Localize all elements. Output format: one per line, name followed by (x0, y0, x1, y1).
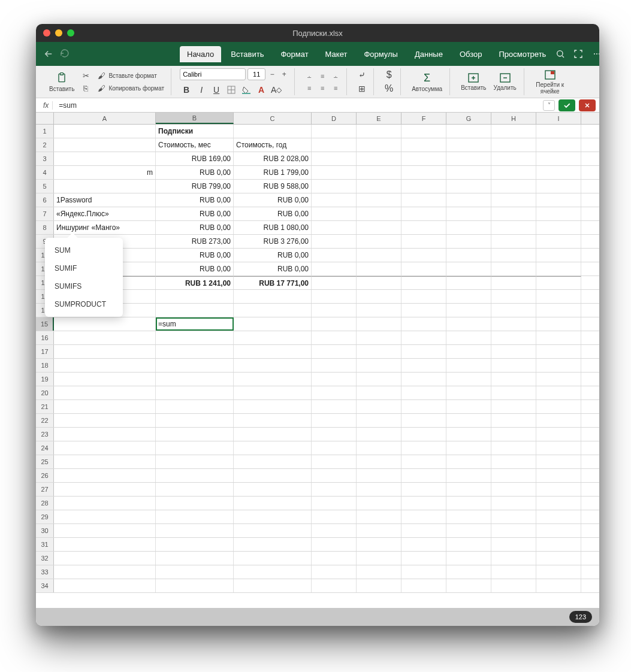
row-header[interactable]: 30 (36, 524, 54, 537)
cell-G18[interactable] (446, 359, 491, 372)
cell-H5[interactable] (491, 180, 536, 193)
row-header[interactable]: 27 (36, 483, 54, 496)
cell-B20[interactable] (156, 386, 234, 399)
cell-C11[interactable]: RUB 0,00 (234, 262, 312, 276)
cell-G10[interactable] (446, 249, 491, 262)
align-left[interactable]: ≡ (303, 83, 315, 93)
cell-H17[interactable] (491, 345, 536, 358)
cell-I23[interactable] (536, 428, 581, 441)
percent-button[interactable]: % (382, 83, 395, 95)
cell-G25[interactable] (446, 455, 491, 468)
cell-F3[interactable] (401, 152, 446, 165)
cell-G6[interactable] (446, 193, 491, 207)
formula-dropdown[interactable]: ˅ (543, 100, 555, 111)
cell-H23[interactable] (491, 428, 536, 441)
cell-H1[interactable] (491, 125, 536, 138)
cell-F22[interactable] (401, 414, 446, 427)
row-header[interactable]: 17 (36, 345, 54, 358)
cell-D8[interactable] (312, 221, 357, 234)
cell-F21[interactable] (401, 400, 446, 413)
row-header[interactable]: 2 (36, 138, 54, 152)
cell-C6[interactable]: RUB 0,00 (234, 193, 312, 207)
cell-C1[interactable] (234, 125, 312, 138)
cell-C28[interactable] (234, 497, 312, 510)
row-header[interactable]: 5 (36, 180, 54, 193)
row-header[interactable]: 20 (36, 386, 54, 399)
cell-F1[interactable] (401, 125, 446, 138)
cell-A27[interactable] (54, 483, 156, 496)
cell-F30[interactable] (401, 524, 446, 537)
cell-H27[interactable] (491, 483, 536, 496)
cell-A5[interactable] (54, 180, 156, 193)
cell-G16[interactable] (446, 331, 491, 344)
cell-F28[interactable] (401, 497, 446, 510)
cell-A25[interactable] (54, 455, 156, 468)
cell-B1[interactable]: Подписки (156, 125, 234, 138)
cell-E4[interactable] (357, 166, 401, 179)
cell-B22[interactable] (156, 414, 234, 427)
cell-C27[interactable] (234, 483, 312, 496)
cell-I1[interactable] (536, 125, 581, 138)
cell-F2[interactable] (401, 138, 446, 152)
row-header[interactable]: 26 (36, 469, 54, 482)
cell-C13[interactable] (234, 290, 312, 303)
search-icon[interactable] (555, 49, 565, 59)
cell-H24[interactable] (491, 441, 536, 455)
cell-I18[interactable] (536, 359, 581, 372)
row-header[interactable]: 33 (36, 565, 54, 579)
cell-I27[interactable] (536, 483, 581, 496)
cell-G8[interactable] (446, 221, 491, 234)
cell-B11[interactable]: RUB 0,00 (156, 262, 234, 276)
cell-B23[interactable] (156, 428, 234, 441)
cell-E30[interactable] (357, 524, 401, 537)
cell-H31[interactable] (491, 538, 536, 551)
cell-G34[interactable] (446, 579, 491, 592)
cell-G14[interactable] (446, 304, 491, 317)
cell-C26[interactable] (234, 469, 312, 482)
cell-F10[interactable] (401, 249, 446, 262)
cell-B28[interactable] (156, 497, 234, 510)
cell-F13[interactable] (401, 290, 446, 303)
cell-C7[interactable]: RUB 0,00 (234, 207, 312, 220)
cell-B27[interactable] (156, 483, 234, 496)
cell-H14[interactable] (491, 304, 536, 317)
formula-accept-button[interactable] (558, 99, 575, 111)
cell-I16[interactable] (536, 331, 581, 344)
cell-E9[interactable] (357, 235, 401, 248)
cell-G9[interactable] (446, 235, 491, 248)
cell-F29[interactable] (401, 510, 446, 523)
cell-F16[interactable] (401, 331, 446, 344)
cell-F8[interactable] (401, 221, 446, 234)
cell-D20[interactable] (312, 386, 357, 399)
cell-C10[interactable]: RUB 0,00 (234, 249, 312, 262)
cell-A3[interactable] (54, 152, 156, 165)
cell-I15[interactable] (536, 317, 581, 331)
cell-A22[interactable] (54, 414, 156, 427)
cell-F5[interactable] (401, 180, 446, 193)
cell-A26[interactable] (54, 469, 156, 482)
cell-B8[interactable]: RUB 0,00 (156, 221, 234, 234)
cell-A34[interactable] (54, 579, 156, 592)
font-family-select[interactable] (180, 68, 246, 80)
cell-A28[interactable] (54, 497, 156, 510)
cell-H29[interactable] (491, 510, 536, 523)
tab-formulas[interactable]: Формулы (357, 46, 405, 62)
cell-G2[interactable] (446, 138, 491, 152)
cell-G19[interactable] (446, 373, 491, 386)
cell-E12[interactable] (357, 276, 401, 289)
cell-B31[interactable] (156, 538, 234, 551)
row-header[interactable]: 3 (36, 152, 54, 165)
cell-C32[interactable] (234, 552, 312, 565)
align-right[interactable]: ≡ (330, 83, 342, 93)
cell-G33[interactable] (446, 565, 491, 579)
font-size-decrease[interactable]: − (267, 68, 277, 80)
cell-G26[interactable] (446, 469, 491, 482)
cell-C14[interactable] (234, 304, 312, 317)
font-size-input[interactable] (247, 68, 265, 80)
cell-F7[interactable] (401, 207, 446, 220)
cell-H3[interactable] (491, 152, 536, 165)
cell-B10[interactable]: RUB 0,00 (156, 249, 234, 262)
select-all-corner[interactable] (36, 113, 54, 124)
more-icon[interactable] (591, 49, 599, 59)
cell-E22[interactable] (357, 414, 401, 427)
